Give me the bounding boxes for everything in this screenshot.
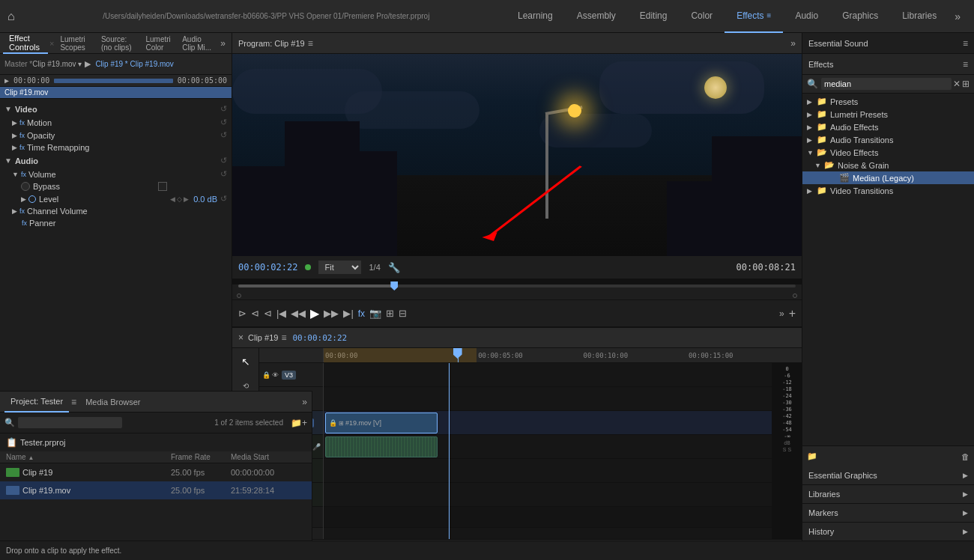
item1-icon bbox=[6, 468, 19, 477]
volume-arrow[interactable]: ▼ bbox=[12, 171, 19, 178]
mark-out-btn[interactable]: ⊲ bbox=[251, 308, 259, 319]
a1-record-btn[interactable]: 🎤 bbox=[312, 443, 321, 451]
tab-lumetri-color[interactable]: Lumetri Color bbox=[142, 33, 178, 54]
v3-label-btn[interactable]: V3 bbox=[282, 371, 296, 380]
libraries-section[interactable]: Libraries ▶ bbox=[802, 485, 974, 504]
tree-noise-grain[interactable]: ▼ 📂 Noise & Grain bbox=[802, 159, 974, 171]
video-reset-btn[interactable]: ↺ bbox=[220, 104, 227, 114]
volume-reset[interactable]: ↺ bbox=[220, 169, 227, 179]
media-browser-tab[interactable]: Media Browser bbox=[79, 392, 146, 413]
fit-select[interactable]: Fit 25% 50% 100% bbox=[318, 261, 361, 274]
tab-audio-clip-mix[interactable]: Audio Clip Mi... bbox=[178, 33, 217, 54]
search-clear-btn[interactable]: ✕ bbox=[953, 79, 961, 89]
history-section[interactable]: History ▶ bbox=[802, 523, 974, 541]
history-header[interactable]: History ▶ bbox=[802, 523, 974, 541]
tab-effect-controls[interactable]: Effect Controls bbox=[3, 33, 48, 54]
nav-tab-effects[interactable]: Effects≡ bbox=[725, 0, 783, 33]
scrubber-head[interactable] bbox=[390, 281, 398, 290]
video-section-header[interactable]: ▼ Video ↺ bbox=[0, 102, 232, 116]
level-kf-left[interactable]: ◀ bbox=[170, 195, 175, 203]
essential-sound-menu[interactable]: ≡ bbox=[963, 38, 968, 49]
project-expand-btn[interactable]: » bbox=[302, 397, 307, 407]
v3-eye[interactable]: 👁 bbox=[272, 371, 279, 379]
home-icon[interactable]: ⌂ bbox=[7, 10, 15, 23]
essential-graphics-section[interactable]: Essential Graphics ▶ bbox=[802, 466, 974, 485]
a1-clip[interactable] bbox=[325, 436, 438, 457]
add-btn[interactable]: + bbox=[789, 307, 796, 320]
project-new-bin-btn[interactable]: 📁+ bbox=[291, 418, 307, 428]
delete-custom-item[interactable]: 🗑 bbox=[961, 452, 970, 461]
more-controls-btn[interactable]: » bbox=[779, 308, 784, 319]
tree-video-transitions[interactable]: ▶ 📁 Video Transitions bbox=[802, 184, 974, 197]
opacity-reset[interactable]: ↺ bbox=[220, 130, 227, 140]
nav-tab-color[interactable]: Color bbox=[679, 0, 725, 33]
project-tab-active[interactable]: Project: Tester bbox=[4, 392, 69, 413]
essential-graphics-header[interactable]: Essential Graphics ▶ bbox=[802, 466, 974, 484]
project-search-input[interactable] bbox=[18, 417, 122, 428]
bypass-checkbox[interactable] bbox=[158, 182, 167, 191]
project-item-clip19[interactable]: Clip #19 25.00 fps 00:00:00:00 bbox=[0, 463, 312, 481]
panel-expand-btn[interactable]: » bbox=[217, 38, 229, 49]
program-monitor-menu[interactable]: ≡ bbox=[308, 38, 313, 49]
effects-search-input[interactable] bbox=[821, 78, 952, 90]
tree-video-effects[interactable]: ▼ 📂 Video Effects bbox=[802, 146, 974, 159]
markers-section[interactable]: Markers ▶ bbox=[802, 504, 974, 523]
step-back-btn[interactable]: |◀ bbox=[276, 308, 286, 319]
nav-tab-graphics[interactable]: Graphics bbox=[830, 0, 890, 33]
overwrite-btn[interactable]: ⊟ bbox=[399, 308, 407, 319]
frame-back-btn[interactable]: ◀◀ bbox=[291, 308, 306, 319]
time-remap-arrow[interactable]: ▶ bbox=[12, 144, 17, 151]
audio-section-header[interactable]: ▼ Audio ↺ bbox=[0, 153, 232, 168]
program-monitor-expand[interactable]: » bbox=[790, 38, 796, 49]
tree-audio-effects[interactable]: ▶ 📁 Audio Effects bbox=[802, 121, 974, 133]
level-arrow[interactable]: ▶ bbox=[21, 195, 26, 203]
play-btn[interactable]: ▶ bbox=[310, 306, 319, 320]
new-custom-bin[interactable]: 📁 bbox=[807, 451, 817, 461]
scrubber-track[interactable] bbox=[238, 284, 796, 287]
nav-tab-audio[interactable]: Audio bbox=[783, 0, 830, 33]
motion-arrow[interactable]: ▶ bbox=[12, 119, 17, 127]
project-menu-btn[interactable]: ≡ bbox=[71, 397, 76, 407]
insert-btn[interactable]: ⊞ bbox=[386, 308, 394, 319]
select-tool[interactable]: ↖ bbox=[235, 351, 256, 372]
wrench-icon[interactable]: 🔧 bbox=[388, 262, 400, 273]
more-tabs-btn[interactable]: » bbox=[949, 10, 967, 22]
tree-presets[interactable]: ▶ 📁 Presets bbox=[802, 95, 974, 108]
step-fwd-btn[interactable]: ▶| bbox=[343, 308, 353, 319]
v3-lock[interactable]: 🔒 bbox=[262, 371, 270, 379]
v1-clip[interactable]: 🔒 ⊞ #19.mov [V] bbox=[325, 413, 438, 433]
play-clip-btn[interactable]: ▶ bbox=[85, 59, 91, 69]
loop-btn[interactable]: ⊲ bbox=[264, 308, 272, 319]
tree-median-legacy[interactable]: 🎬 Median (Legacy) bbox=[802, 171, 974, 184]
level-reset[interactable]: ↺ bbox=[220, 194, 227, 204]
timeline-menu-btn[interactable]: ≡ bbox=[281, 332, 286, 343]
markers-header[interactable]: Markers ▶ bbox=[802, 504, 974, 522]
audio-reset-btn[interactable]: ↺ bbox=[220, 156, 227, 165]
search-expand-btn[interactable]: ⊞ bbox=[962, 79, 970, 89]
export-frame-btn[interactable]: 📷 bbox=[369, 308, 381, 319]
mark-in-btn[interactable]: ⊳ bbox=[238, 308, 246, 319]
motion-reset[interactable]: ↺ bbox=[220, 118, 227, 127]
opacity-arrow[interactable]: ▶ bbox=[12, 132, 17, 139]
level-kf-right[interactable]: ▶ bbox=[184, 195, 189, 203]
fx-toggle-btn[interactable]: fx bbox=[358, 308, 365, 319]
master-clip-selector[interactable]: Clip #19.mov ▾ bbox=[32, 60, 82, 68]
channel-vol-arrow[interactable]: ▶ bbox=[12, 207, 17, 215]
libraries-header[interactable]: Libraries ▶ bbox=[802, 485, 974, 503]
ruler-marks-area[interactable]: 00:00:00 00:00:05:00 00:00:10:00 00:00:1… bbox=[324, 348, 802, 362]
nav-tab-libraries[interactable]: Libraries bbox=[890, 0, 949, 33]
nav-tab-assembly[interactable]: Assembly bbox=[565, 0, 628, 33]
effects-panel-menu[interactable]: ≡ bbox=[963, 59, 968, 70]
frame-fwd-btn[interactable]: ▶▶ bbox=[324, 308, 339, 319]
nav-tab-learning[interactable]: Learning bbox=[506, 0, 565, 33]
timeline-close-btn[interactable]: × bbox=[238, 332, 244, 343]
tab-source[interactable]: Source: (no clips) bbox=[97, 33, 142, 54]
nav-tab-editing[interactable]: Editing bbox=[628, 0, 680, 33]
tab-lumetri-scopes[interactable]: Lumetri Scopes bbox=[55, 33, 96, 54]
project-item-clip19mov[interactable]: Clip #19.mov 25.00 fps 21:59:28:14 bbox=[0, 481, 312, 499]
tree-lumetri[interactable]: ▶ 📁 Lumetri Presets bbox=[802, 108, 974, 121]
level-kf-diamond[interactable]: ◇ bbox=[177, 195, 182, 203]
monitor-scrubber[interactable] bbox=[232, 284, 802, 299]
tree-audio-transitions[interactable]: ▶ 📁 Audio Transitions bbox=[802, 133, 974, 146]
level-value[interactable]: 0.0 dB bbox=[193, 195, 217, 204]
